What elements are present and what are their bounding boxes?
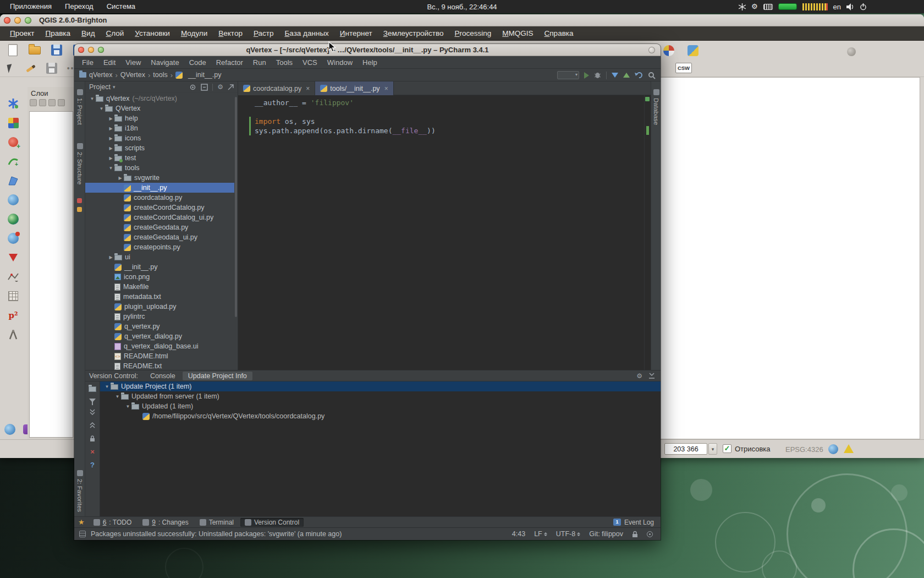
search-icon[interactable] (648, 72, 656, 79)
layers-remove-icon[interactable] (58, 99, 65, 106)
csw-catalog-icon[interactable] (688, 45, 698, 56)
bookmark-red-icon[interactable] (77, 198, 82, 203)
project-tree-item[interactable]: README.html (85, 351, 234, 361)
volume-icon[interactable] (846, 3, 854, 10)
minimize-window-icon[interactable] (88, 47, 94, 53)
vcs-commit-icon[interactable] (623, 73, 630, 78)
qgis-menu-item[interactable]: Справка (539, 26, 579, 41)
project-tree-item[interactable]: ▶i18n (85, 123, 234, 133)
open-project-icon[interactable] (28, 43, 42, 57)
toolwindow-button-terminal[interactable]: Terminal (195, 518, 238, 527)
commit-lock-icon[interactable] (89, 435, 96, 442)
project-tree-item[interactable]: ▼QVertex (85, 103, 234, 113)
tree-expanded-icon[interactable]: ▼ (89, 96, 96, 101)
layers-grid-icon[interactable] (7, 116, 20, 129)
layers-filter-icon[interactable] (48, 99, 56, 106)
pycharm-menu-help[interactable]: Help (358, 58, 382, 67)
vc-tab[interactable]: Console (145, 372, 181, 380)
tree-expanded-icon[interactable]: ▼ (103, 384, 111, 389)
project-tree-item[interactable]: Makefile (85, 282, 234, 292)
web-globe-icon[interactable] (3, 423, 16, 436)
vc-tree-item[interactable]: ▼Updated (1 item) (100, 401, 661, 411)
grid-web-icon[interactable] (7, 290, 20, 303)
add-polygon-icon[interactable] (7, 174, 20, 187)
bookmark-orange-icon[interactable] (77, 207, 82, 212)
editor-tab[interactable]: tools/__init__.py× (315, 81, 393, 95)
qgis-help-icon[interactable] (847, 47, 856, 56)
globe-icon[interactable] (7, 193, 20, 206)
project-tree-item[interactable]: q_vertex.py (85, 321, 234, 331)
pycharm-menu-file[interactable]: File (77, 58, 98, 67)
project-tree-item[interactable]: plugin_upload.py (85, 302, 234, 312)
snowflake-indicator-icon[interactable] (739, 3, 746, 10)
breadcrumb-item[interactable]: tools (153, 71, 167, 79)
settings-gear-icon[interactable]: ⚙ (636, 372, 642, 380)
vcs-update-icon[interactable] (612, 73, 618, 78)
toolwindow-button-structure[interactable]: 2: Structure (74, 143, 85, 184)
keyboard-indicator-icon[interactable] (763, 4, 773, 10)
save-edits-icon[interactable] (45, 62, 58, 75)
battery-indicator[interactable] (778, 3, 797, 10)
vc-tree-item[interactable]: ▼Updated from server (1 item) (100, 391, 661, 401)
project-tree-item[interactable]: createCoordCatalog_ui.py (85, 212, 234, 222)
tree-collapsed-icon[interactable]: ▶ (107, 116, 114, 121)
hide-panel-icon[interactable] (228, 84, 234, 90)
run-button[interactable] (584, 72, 589, 79)
audio-visualizer[interactable] (802, 3, 828, 10)
pycharm-menu-code[interactable]: Code (184, 58, 211, 67)
tree-expanded-icon[interactable]: ▼ (107, 166, 114, 171)
close-window-icon[interactable] (4, 17, 10, 24)
csw-button[interactable]: CSW (675, 63, 692, 73)
pycharm-menu-run[interactable]: Run (248, 58, 271, 67)
updates-indicator-icon[interactable]: ⚙ (751, 0, 758, 13)
close-tab-icon[interactable]: × (306, 85, 310, 92)
tree-collapsed-icon[interactable]: ▶ (117, 176, 124, 181)
pycharm-menu-vcs[interactable]: VCS (298, 58, 322, 67)
pycharm-menu-tools[interactable]: Tools (271, 58, 298, 67)
group-by-packages-icon[interactable] (89, 386, 96, 392)
qgis-menu-item[interactable]: Установки (129, 26, 175, 41)
project-tree-item[interactable]: icon.png (85, 272, 234, 282)
toolwindow-button-versioncontrol[interactable]: Version Control (240, 518, 304, 527)
breadcrumb-item[interactable]: qVertex (79, 71, 112, 79)
tree-collapsed-icon[interactable]: ▶ (107, 126, 114, 131)
tree-collapsed-icon[interactable]: ▶ (107, 136, 114, 141)
status-message[interactable]: Packages uninstalled successfully: Unins… (91, 530, 342, 538)
vc-tree-item[interactable]: ▼Update Project (1 item) (100, 381, 661, 391)
project-tree-item[interactable]: metadata.txt (85, 292, 234, 302)
tree-collapsed-icon[interactable]: ▶ (107, 156, 114, 161)
caret-position[interactable]: 4:43 (512, 530, 525, 538)
project-view-dropdown-icon[interactable]: ▾ (113, 84, 116, 90)
collapse-all-icon[interactable] (201, 84, 208, 91)
project-tree-item[interactable]: __init__.py (85, 183, 234, 193)
project-tree-item[interactable]: ▶ui (85, 252, 234, 262)
render-toggle[interactable]: ✓ Отрисовка (723, 444, 771, 453)
qgis-menu-item[interactable]: Processing (449, 26, 497, 41)
tree-expanded-icon[interactable]: ▼ (114, 394, 121, 399)
favorites-star-icon[interactable]: ★ (78, 518, 85, 526)
tree-collapsed-icon[interactable]: ▶ (107, 255, 114, 260)
project-tree-item[interactable]: createCoordCatalog.py (85, 203, 234, 212)
vc-tab[interactable]: Update Project Info (183, 372, 252, 380)
project-tree-item[interactable]: ▶icons (85, 133, 234, 143)
toggle-editing-pencil-icon[interactable] (24, 62, 37, 75)
globe-pin-icon[interactable] (7, 232, 20, 245)
pan-tool-icon[interactable] (3, 62, 16, 75)
project-tree-item[interactable]: ▶help (85, 113, 234, 123)
qgis-menu-item[interactable]: Землеустройство (378, 26, 449, 41)
places-menu[interactable]: Переход (58, 0, 100, 13)
add-point-icon[interactable] (7, 135, 20, 149)
close-window-icon[interactable] (78, 47, 84, 53)
pycharm-menu-view[interactable]: View (120, 58, 146, 67)
layers-add-group-icon[interactable] (30, 99, 37, 106)
qgis-menu-item[interactable]: Вид (76, 26, 100, 41)
line-ending-select[interactable]: LF (534, 530, 547, 538)
debug-bug-icon[interactable] (594, 72, 601, 79)
project-panel-title[interactable]: Project (89, 83, 111, 91)
applications-menu[interactable]: Приложения (3, 0, 58, 13)
toolwindow-button-favorites[interactable]: 2: Favorites (74, 470, 85, 512)
help-icon[interactable]: ? (90, 462, 95, 468)
measure-compass-icon[interactable] (7, 328, 20, 341)
close-tab-icon[interactable]: × (384, 85, 388, 92)
editor-body[interactable]: __author__ = 'filippov' import os, syssy… (238, 95, 644, 370)
